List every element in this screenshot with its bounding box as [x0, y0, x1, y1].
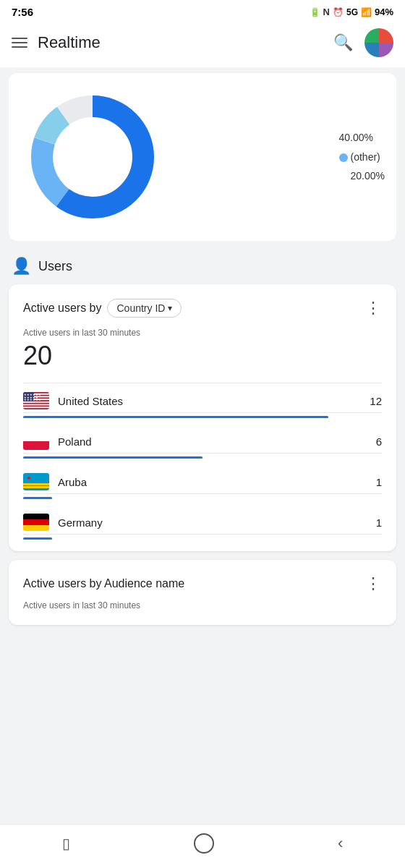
legend-item-1: 40.00%	[339, 129, 385, 147]
status-bar: 7:56 🔋 N ⏰ 5G 📶 94%	[0, 0, 405, 21]
country-name-pl: Poland	[58, 435, 376, 448]
page-title: Realtime	[38, 33, 101, 52]
country-count-de: 1	[376, 516, 382, 529]
percent-1: 40.00%	[339, 132, 373, 143]
country-count-aw: 1	[376, 476, 382, 488]
clipboard-icon: 🔋	[310, 7, 320, 17]
alarm-icon: ⏰	[333, 7, 344, 17]
back-button[interactable]: ‹	[338, 834, 343, 853]
flag-de	[23, 514, 49, 531]
nfc-icon: N	[323, 7, 330, 17]
country-row-aw: Aruba 1	[23, 464, 382, 494]
search-icon[interactable]: 🔍	[333, 33, 353, 52]
hamburger-menu[interactable]	[12, 38, 27, 48]
svg-rect-10	[23, 407, 49, 408]
audience-card-title: Active users by Audience name	[23, 577, 184, 590]
country-row-de: Germany 1	[23, 505, 382, 535]
svg-rect-8	[23, 401, 49, 403]
stat-label: Active users in last 30 minutes	[23, 328, 382, 338]
svg-rect-16	[23, 441, 49, 450]
legend-other-label: (other)	[351, 148, 380, 166]
svg-rect-9	[23, 404, 49, 406]
card-header-title: Active users by	[23, 302, 101, 315]
audience-more-icon[interactable]: ⋮	[365, 574, 382, 593]
donut-chart-card: 40.00% (other) 20.00%	[9, 73, 396, 241]
country-name-us: United States	[58, 395, 370, 407]
country-count-us: 12	[370, 395, 382, 407]
status-time: 7:56	[12, 6, 33, 18]
svg-text:★★★★★★: ★★★★★★	[24, 399, 41, 401]
country-count-pl: 6	[376, 435, 382, 448]
bar-us	[23, 413, 382, 424]
percent-2: 20.00%	[351, 170, 385, 182]
more-options-icon[interactable]: ⋮	[365, 299, 382, 318]
bottom-nav: ▯ ‹	[0, 824, 405, 868]
bar-fill-de	[23, 537, 52, 540]
country-row-us: ★★★★★★ ★★★★★ ★★★★★★ United States 12	[23, 383, 382, 413]
nav-right: 🔍	[333, 28, 393, 57]
svg-rect-15	[23, 433, 49, 441]
bar-pl	[23, 454, 382, 464]
audience-card: Active users by Audience name ⋮ Active u…	[9, 560, 396, 625]
battery-percent: 94%	[375, 7, 393, 17]
bar-de	[23, 535, 382, 545]
svg-rect-23	[23, 525, 49, 531]
country-id-dropdown[interactable]: Country ID ▾	[107, 299, 182, 318]
card-header: Active users by Country ID ▾ ⋮	[23, 299, 382, 318]
recent-apps-button[interactable]: ▯	[62, 835, 70, 852]
bar-fill-pl	[23, 456, 202, 459]
country-name-aw: Aruba	[58, 476, 376, 488]
svg-rect-19	[23, 486, 49, 488]
svg-rect-21	[23, 514, 49, 519]
avatar[interactable]	[364, 28, 393, 57]
donut-chart	[20, 85, 165, 229]
chevron-down-icon: ▾	[168, 303, 172, 313]
flag-pl	[23, 433, 49, 450]
flag-us: ★★★★★★ ★★★★★ ★★★★★★	[23, 392, 49, 409]
home-button[interactable]	[194, 833, 214, 854]
legend-item-2: 20.00%	[339, 167, 385, 185]
status-icons: 🔋 N ⏰ 5G 📶 94%	[310, 7, 393, 17]
users-section-header: 👤 Users	[0, 247, 405, 281]
network-icon: 5G	[346, 7, 358, 17]
svg-rect-22	[23, 519, 49, 525]
svg-rect-18	[23, 483, 49, 485]
active-users-card: Active users by Country ID ▾ ⋮ Active us…	[9, 284, 396, 551]
bar-fill-us	[23, 416, 328, 418]
country-row-pl: Poland 6	[23, 424, 382, 454]
nav-left: Realtime	[12, 33, 101, 52]
bar-fill-aw	[23, 497, 52, 499]
signal-bars: 📶	[361, 7, 372, 17]
audience-card-header: Active users by Audience name ⋮	[23, 574, 382, 593]
card-header-left: Active users by Country ID ▾	[23, 299, 182, 318]
legend-dot-other	[339, 153, 348, 162]
stat-value: 20	[23, 341, 382, 371]
donut-legend: 40.00% (other) 20.00%	[339, 129, 385, 185]
top-nav: Realtime 🔍	[0, 21, 405, 67]
users-section-title: Users	[38, 259, 72, 274]
legend-other: (other)	[339, 148, 385, 166]
audience-stat-label: Active users in last 30 minutes	[23, 600, 382, 610]
flag-aw	[23, 473, 49, 490]
users-icon: 👤	[12, 257, 31, 276]
country-name-de: Germany	[58, 516, 376, 529]
bar-aw	[23, 494, 382, 505]
dropdown-label: Country ID	[116, 302, 165, 314]
